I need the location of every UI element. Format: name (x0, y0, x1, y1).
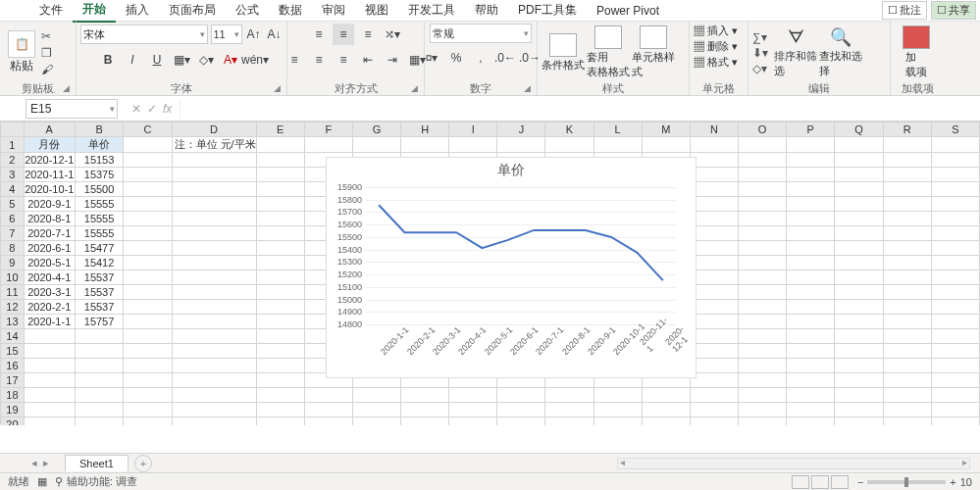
view-normal-icon[interactable] (792, 475, 809, 489)
cell[interactable] (124, 403, 172, 417)
cell[interactable] (883, 256, 931, 270)
cell[interactable]: 2020-5-1 (24, 256, 75, 270)
cell[interactable] (172, 168, 256, 182)
tab-formulas[interactable]: 公式 (226, 0, 269, 22)
cell[interactable] (690, 197, 738, 212)
fill-color-button[interactable]: ◇▾ (195, 49, 217, 71)
indent-dec-icon[interactable]: ⇤ (357, 49, 379, 71)
cell[interactable] (449, 137, 497, 153)
dialog-launcher-icon[interactable]: ◢ (274, 81, 281, 95)
fx-icon[interactable]: fx (163, 102, 172, 116)
comments-button[interactable]: ☐ 批注 (882, 1, 927, 20)
cell[interactable] (835, 197, 883, 212)
cell[interactable] (739, 403, 787, 417)
cell[interactable] (172, 241, 256, 256)
align-center-icon[interactable]: ≡ (308, 49, 330, 71)
cell[interactable] (883, 212, 931, 226)
col-header[interactable]: F (304, 122, 352, 137)
cell[interactable] (787, 256, 835, 270)
tab-view[interactable]: 视图 (355, 0, 398, 22)
cell[interactable] (75, 373, 124, 388)
cell[interactable] (124, 344, 172, 359)
col-header[interactable]: G (352, 122, 400, 137)
cell[interactable] (124, 197, 172, 212)
cell[interactable] (401, 417, 449, 426)
enter-icon[interactable]: ✓ (147, 102, 157, 116)
cell[interactable] (931, 388, 979, 403)
bold-button[interactable]: B (97, 49, 119, 71)
cell[interactable] (124, 417, 172, 426)
cell[interactable] (931, 197, 979, 212)
cell[interactable] (256, 256, 304, 270)
cell[interactable] (256, 344, 304, 359)
cell[interactable]: 15537 (75, 270, 124, 285)
cell[interactable] (256, 373, 304, 388)
align-top-icon[interactable]: ≡ (308, 24, 330, 45)
cell[interactable] (24, 373, 75, 388)
row-header[interactable]: 12 (1, 300, 25, 315)
cell[interactable] (739, 153, 787, 168)
cell[interactable] (593, 137, 642, 153)
cell[interactable] (690, 417, 738, 426)
cell[interactable] (401, 137, 449, 153)
copy-icon[interactable]: ❐ (41, 46, 53, 60)
cell[interactable] (931, 182, 979, 197)
format-painter-icon[interactable]: 🖌 (41, 63, 53, 76)
col-header[interactable]: E (256, 122, 304, 137)
cell[interactable] (124, 270, 172, 285)
col-header[interactable]: P (787, 122, 835, 137)
cell[interactable] (787, 388, 835, 403)
cell[interactable] (124, 373, 172, 388)
row-header[interactable]: 20 (1, 417, 25, 426)
cell[interactable] (256, 329, 304, 344)
cell[interactable] (739, 241, 787, 256)
row-header[interactable]: 18 (1, 388, 25, 403)
row-header[interactable]: 5 (1, 197, 25, 212)
row-header[interactable]: 17 (1, 373, 25, 388)
col-header[interactable]: J (497, 122, 545, 137)
cell[interactable] (739, 373, 787, 388)
cell[interactable] (835, 285, 883, 300)
cell[interactable] (124, 153, 172, 168)
cell[interactable] (883, 270, 931, 285)
cell[interactable] (497, 388, 545, 403)
dialog-launcher-icon[interactable]: ◢ (411, 81, 418, 95)
cell[interactable] (690, 182, 738, 197)
h-scrollbar[interactable]: ◂ ▸ (617, 458, 970, 469)
cell[interactable] (787, 241, 835, 256)
row-header[interactable]: 4 (1, 182, 25, 197)
tab-dev[interactable]: 开发工具 (398, 0, 465, 22)
cell[interactable] (739, 270, 787, 285)
font-shrink-icon[interactable]: A↓ (266, 24, 284, 45)
cell[interactable] (172, 285, 256, 300)
cell[interactable] (883, 168, 931, 182)
cell[interactable] (690, 300, 738, 315)
cell[interactable] (172, 373, 256, 388)
cell[interactable] (545, 388, 593, 403)
cell[interactable] (593, 417, 642, 426)
cell[interactable] (883, 300, 931, 315)
cell[interactable]: 2020-12-1 (24, 153, 75, 168)
col-header[interactable]: C (124, 122, 172, 137)
cell[interactable] (401, 388, 449, 403)
cell[interactable]: 2020-8-1 (24, 212, 75, 226)
cell[interactable]: 15757 (75, 315, 124, 329)
cell[interactable] (256, 315, 304, 329)
cell[interactable] (172, 270, 256, 285)
cell[interactable] (931, 403, 979, 417)
cell[interactable] (883, 388, 931, 403)
cell[interactable] (690, 270, 738, 285)
cell[interactable] (75, 388, 124, 403)
cell[interactable] (787, 270, 835, 285)
cell[interactable] (883, 137, 931, 153)
cell[interactable]: 15537 (75, 285, 124, 300)
cell[interactable] (75, 329, 124, 344)
cell[interactable] (739, 359, 787, 373)
align-bottom-icon[interactable]: ≡ (357, 24, 379, 45)
cell[interactable]: 2020-3-1 (24, 285, 75, 300)
cell[interactable] (172, 153, 256, 168)
cell[interactable] (124, 226, 172, 241)
cell[interactable]: 15537 (75, 300, 124, 315)
cell[interactable] (256, 153, 304, 168)
cell[interactable] (124, 388, 172, 403)
